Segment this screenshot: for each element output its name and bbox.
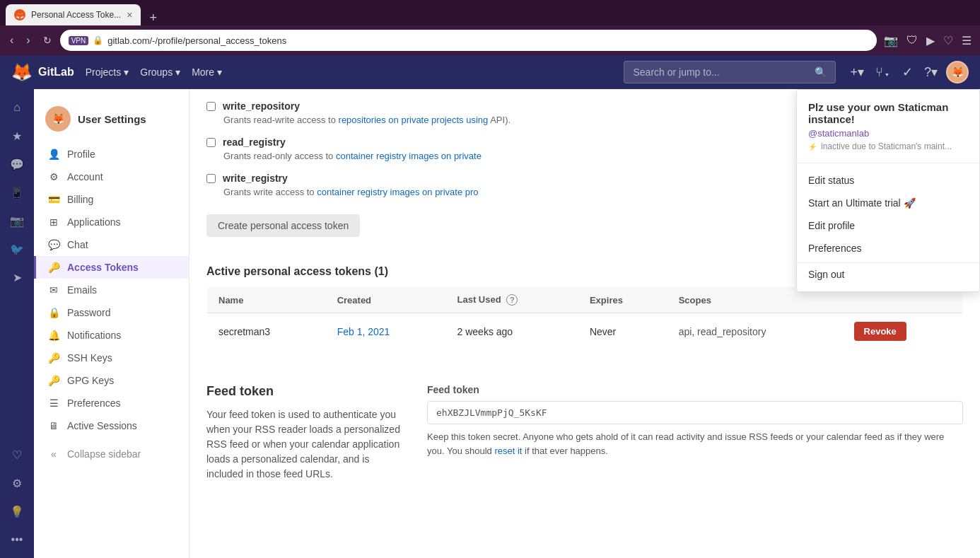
sidebar-item-profile-label: Profile [67,149,95,160]
back-button[interactable]: ‹ [6,31,18,50]
settings-avatar: 🦊 [45,106,71,132]
gitlab-fox-icon: 🦊 [11,62,33,82]
browser-tab[interactable]: 🦊 Personal Access Toke... × [6,4,141,25]
write-repository-label[interactable]: write_repository [223,100,300,112]
groups-nav[interactable]: Groups ▾ [140,66,180,78]
feed-token-input[interactable] [427,401,963,424]
table-row: secretman3 Feb 1, 2021 2 weeks ago Never… [207,313,963,350]
tab-close-button[interactable]: × [127,9,132,21]
address-bar[interactable]: VPN 🔒 gitlab.com/-/profile/personal_acce… [60,30,877,51]
bookmark-icon[interactable]: ♡ [940,31,956,50]
create-token-button[interactable]: Create personal access token [206,214,360,237]
todo-button[interactable]: ✓ [899,62,916,83]
vpn-badge: VPN [69,36,89,45]
sidebar-icon-settings[interactable]: ⚙ [4,470,30,496]
scope-text: api, read_repository [679,326,766,337]
settings-sidebar-title: User Settings [78,113,146,125]
sidebar-item-gpg-keys[interactable]: 🔑 GPG Keys [34,369,189,392]
dropdown-preferences[interactable]: Preferences [797,237,979,260]
user-dropdown: Plz use your own Staticman instance! @st… [796,89,980,292]
dropdown-start-trial[interactable]: Start an Ultimate trial 🚀 [797,192,979,214]
sidebar-item-applications[interactable]: ⊞ Applications [34,211,189,233]
sidebar-icon-home[interactable]: ⌂ [4,95,30,120]
revoke-button[interactable]: Revoke [854,322,906,341]
write-registry-checkbox[interactable] [206,174,216,183]
sidebar-icon-heart[interactable]: ♡ [4,442,30,467]
feed-note-suffix: if that ever happens. [525,446,608,456]
feed-token-right: Feed token Keep this token secret. Anyon… [427,384,963,482]
tab-title: Personal Access Toke... [31,10,121,20]
sidebar-item-password[interactable]: 🔒 Password [34,301,189,324]
sidebar-icon-twitter[interactable]: 🐦 [4,236,30,262]
sidebar-collapse-button[interactable]: « Collapse sidebar [34,443,189,465]
sidebar-item-billing[interactable]: 💳 Billing [34,188,189,211]
write-repository-link[interactable]: repositories on private projects using [339,115,489,125]
collapse-icon: « [47,448,60,460]
user-avatar-button[interactable]: 🦊 [946,61,969,83]
write-registry-label[interactable]: write_registry [223,173,288,184]
sidebar-item-chat[interactable]: 💬 Chat [34,233,189,256]
address-text: gitlab.com/-/profile/personal_access_tok… [107,35,286,46]
sidebar-item-active-sessions-label: Active Sessions [67,420,137,431]
dropdown-edit-status[interactable]: Edit status [797,169,979,192]
read-registry-label[interactable]: read_registry [223,136,286,148]
sidebar-icon-send[interactable]: ➤ [4,265,30,290]
write-repository-checkbox[interactable] [206,102,216,111]
nav-actions: +▾ ⑂▾ ✓ ?▾ 🦊 [847,61,969,83]
merge-request-button[interactable]: ⑂▾ [873,62,894,83]
ssh-keys-icon: 🔑 [47,352,60,364]
col-expires: Expires [578,287,667,313]
gitlab-logo[interactable]: 🦊 GitLab [11,62,74,82]
sidebar-item-access-tokens-label: Access Tokens [67,262,139,273]
shield-icon[interactable]: 🛡 [904,31,921,50]
dropdown-title: Plz use your own Staticman instance! [808,101,968,125]
write-registry-link[interactable]: container registry images on private pro [317,187,478,197]
last-used-help-icon[interactable]: ? [506,294,518,306]
dropdown-edit-profile[interactable]: Edit profile [797,214,979,237]
gpg-keys-icon: 🔑 [47,375,60,386]
sidebar-item-notifications[interactable]: 🔔 Notifications [34,324,189,347]
more-nav[interactable]: More ▾ [192,66,222,78]
forward-button[interactable]: › [22,31,34,50]
reset-token-link[interactable]: reset it [494,446,522,456]
sidebar-item-account[interactable]: ⚙ Account [34,165,189,188]
browser-window: 🦊 Personal Access Toke... × + ‹ › ↻ VPN … [0,0,980,558]
read-registry-link[interactable]: container registry images on private [336,151,482,161]
sidebar-icon-instagram[interactable]: 📷 [4,208,30,233]
sidebar-icon-more[interactable]: ••• [4,527,30,552]
sidebar-item-active-sessions[interactable]: 🖥 Active Sessions [34,414,189,437]
sidebar-item-preferences[interactable]: ☰ Preferences [34,392,189,414]
sidebar-item-ssh-keys[interactable]: 🔑 SSH Keys [34,347,189,369]
menu-icon[interactable]: ☰ [959,31,974,50]
sidebar-icon-bulb[interactable]: 💡 [4,499,30,524]
sidebar-item-access-tokens[interactable]: 🔑 Access Tokens [34,256,189,279]
status-indicator: ⚡ [808,143,817,151]
help-button[interactable]: ?▾ [921,62,940,83]
sidebar-icon-activity[interactable]: ★ [4,123,30,149]
feed-token-section: Feed token Your feed token is used to au… [189,367,980,499]
new-tab-button[interactable]: + [144,11,163,25]
sidebar-item-chat-label: Chat [67,239,88,250]
projects-nav[interactable]: Projects ▾ [86,66,129,78]
sidebar-item-applications-label: Applications [67,216,121,228]
sidebar-item-profile[interactable]: 👤 Profile [34,143,189,165]
main-content: Plz use your own Staticman instance! @st… [189,89,980,558]
reload-button[interactable]: ↻ [39,32,56,49]
sidebar-icon-whatsapp[interactable]: 📱 [4,180,30,205]
read-registry-checkbox[interactable] [206,138,216,147]
dropdown-sign-out[interactable]: Sign out [797,262,979,286]
sidebar-item-notifications-label: Notifications [67,330,121,341]
cast-icon[interactable]: ▶ [923,31,938,50]
search-input[interactable] [633,66,809,78]
feed-token-title: Feed token [206,384,404,399]
global-search[interactable]: 🔍 [624,61,836,83]
sidebar-item-emails[interactable]: ✉ Emails [34,279,189,301]
new-item-button[interactable]: +▾ [847,62,867,83]
lock-icon: 🔒 [93,35,103,45]
screenshot-icon[interactable]: 📷 [881,31,901,50]
billing-icon: 💳 [47,194,60,205]
password-icon: 🔒 [47,307,60,318]
collapse-label: Collapse sidebar [67,448,141,460]
created-date-link[interactable]: Feb 1, 2021 [337,326,390,337]
sidebar-icon-chat[interactable]: 💬 [4,151,30,177]
